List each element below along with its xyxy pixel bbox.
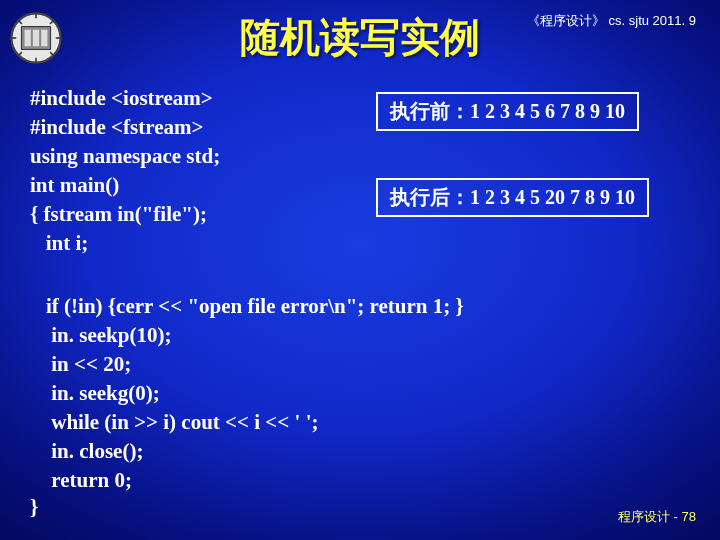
before-box: 执行前：1 2 3 4 5 6 7 8 9 10 <box>376 92 639 131</box>
slide: 《程序设计》 cs. sjtu 2011. 9 随机读写实例 #include … <box>0 0 720 540</box>
slide-title: 随机读写实例 <box>0 10 720 65</box>
code-block-top: #include <iostream> #include <fstream> u… <box>30 84 220 258</box>
closing-brace: } <box>30 495 38 520</box>
after-box: 执行后：1 2 3 4 5 20 7 8 9 10 <box>376 178 649 217</box>
code-block-bottom: if (!in) {cerr << "open file error\n"; r… <box>46 292 464 495</box>
footer-page-number: 程序设计 - 78 <box>618 508 696 526</box>
